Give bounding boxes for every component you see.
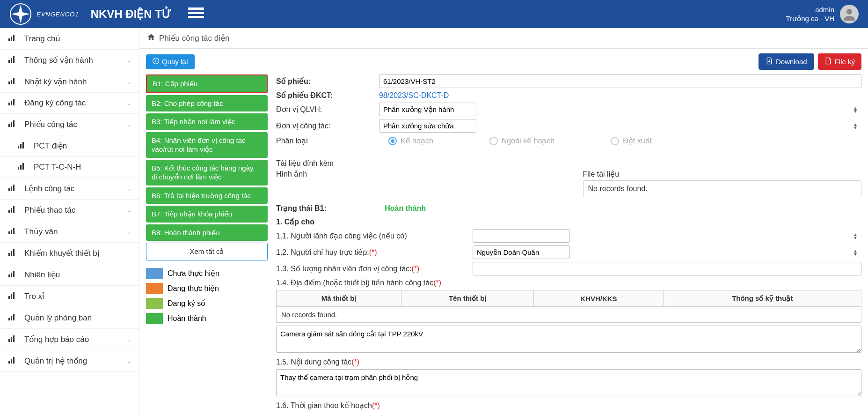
step-button-2[interactable]: B2: Cho phép công tác bbox=[146, 95, 268, 112]
user-icon bbox=[842, 7, 857, 22]
th-ma: Mã thiết bị bbox=[277, 290, 401, 307]
radio-ke-hoach[interactable]: Kế hoạch bbox=[388, 136, 433, 145]
step-button-8[interactable]: B8: Hoàn thành phiếu bbox=[146, 224, 268, 241]
chevron-down-icon: ⌵ bbox=[127, 121, 131, 128]
step-button-3[interactable]: B3: Tiếp nhận nơi làm việc bbox=[146, 113, 268, 130]
step-button-6[interactable]: B6: Trả lại hiện trường công tác bbox=[146, 187, 268, 204]
radio-ngoai-ke-hoach[interactable]: Ngoài kế hoạch bbox=[489, 136, 554, 145]
file-tai-lieu-label: File tài liệu bbox=[583, 170, 862, 178]
sidebar-item-0[interactable]: Trang chủ bbox=[0, 28, 139, 50]
svg-rect-33 bbox=[11, 230, 12, 234]
th-khvh: KHVH/KKS bbox=[534, 290, 664, 307]
f14-textarea[interactable] bbox=[276, 326, 861, 353]
sidebar-item-1[interactable]: Thông số vận hành⌵ bbox=[0, 50, 139, 71]
file-sign-button[interactable]: File ký bbox=[818, 53, 861, 70]
select-arrows-icon: ▲▼ bbox=[853, 233, 858, 239]
f14-label: 1.4. Địa điểm (hoặc thiết bị) tiến hành … bbox=[276, 278, 861, 287]
device-table-empty: No records found. bbox=[277, 307, 861, 323]
legend-swatch bbox=[146, 283, 163, 294]
sidebar-item-label: Thông số vận hành bbox=[24, 55, 93, 65]
svg-rect-38 bbox=[8, 275, 10, 277]
tai-lieu-label: Tài liệu đính kèm bbox=[276, 159, 861, 168]
don-vi-qlvh-select[interactable] bbox=[379, 103, 476, 116]
svg-rect-23 bbox=[18, 167, 19, 170]
svg-rect-19 bbox=[13, 120, 15, 127]
f12-label: 1.2. Người chỉ huy trực tiếp:(*) bbox=[276, 248, 473, 257]
svg-point-4 bbox=[846, 9, 852, 15]
sidebar-item-label: Nhiên liệu bbox=[24, 270, 60, 280]
sidebar-item-4[interactable]: Phiếu công tác⌵ bbox=[0, 114, 139, 135]
main-content: Phiếu công tác điện Quay lại Download bbox=[139, 28, 868, 416]
radio-dot-xuat[interactable]: Đột xuất bbox=[611, 136, 652, 145]
svg-rect-41 bbox=[8, 296, 10, 299]
sidebar-item-10[interactable]: Khiếm khuyết thiết bị bbox=[0, 243, 139, 264]
status-legend: Chưa thực hiệnĐang thực hiệnĐang ký sốHo… bbox=[146, 266, 268, 326]
don-vi-cong-tac-select[interactable] bbox=[379, 119, 476, 133]
menu-toggle-button[interactable] bbox=[188, 7, 204, 22]
chevron-down-icon: ⌵ bbox=[127, 336, 131, 343]
sidebar-item-12[interactable]: Tro xỉ bbox=[0, 286, 139, 307]
f16-label: 1.6. Thời gian theo kế hoạch(*) bbox=[276, 401, 861, 410]
sidebar-item-2[interactable]: Nhật ký vận hành⌵ bbox=[0, 71, 139, 93]
svg-rect-25 bbox=[22, 163, 24, 170]
logo-icon bbox=[9, 3, 32, 25]
svg-rect-47 bbox=[8, 339, 10, 342]
sidebar-item-9[interactable]: Thủy văn⌵ bbox=[0, 221, 139, 243]
sidebar-item-6[interactable]: PCT T-C-N-H bbox=[0, 157, 139, 178]
avatar[interactable] bbox=[840, 5, 859, 23]
sidebar-item-label: PCT điện bbox=[34, 141, 67, 151]
sidebar-item-3[interactable]: Đăng ký công tác⌵ bbox=[0, 93, 139, 114]
f15-textarea[interactable] bbox=[276, 369, 861, 396]
chevron-down-icon: ⌵ bbox=[127, 207, 131, 214]
download-icon bbox=[766, 57, 773, 66]
svg-rect-31 bbox=[13, 206, 15, 213]
sidebar-item-14[interactable]: Tổng hợp báo cáo⌵ bbox=[0, 329, 139, 350]
chart-bar-icon bbox=[8, 270, 18, 280]
back-button[interactable]: Quay lại bbox=[146, 54, 195, 69]
sidebar-item-15[interactable]: Quản trị hệ thống⌵ bbox=[0, 350, 139, 372]
pdf-icon bbox=[824, 57, 832, 66]
so-phieu-dkct-link[interactable]: 98/2023/SC-DKCT-Đ bbox=[379, 91, 449, 100]
f13-input[interactable] bbox=[473, 262, 861, 275]
logo: EVNGENCO1 bbox=[9, 3, 79, 25]
svg-rect-6 bbox=[11, 37, 12, 41]
step-button-4[interactable]: B4: Nhân viên đơn vị công tác vào/rút nơ… bbox=[146, 132, 268, 158]
svg-rect-2 bbox=[188, 12, 204, 14]
svg-rect-18 bbox=[11, 122, 12, 127]
select-arrows-icon: ▲▼ bbox=[853, 123, 858, 129]
svg-rect-5 bbox=[8, 38, 10, 41]
view-all-button[interactable]: Xem tất cả bbox=[146, 243, 268, 260]
svg-rect-15 bbox=[11, 101, 12, 105]
so-phieu-input[interactable] bbox=[379, 74, 861, 88]
sidebar-item-11[interactable]: Nhiên liệu bbox=[0, 264, 139, 286]
hamburger-icon bbox=[188, 7, 204, 20]
sidebar-item-8[interactable]: Phiếu thao tác⌵ bbox=[0, 200, 139, 221]
svg-rect-22 bbox=[22, 142, 24, 149]
f13-label: 1.3. Số lượng nhân viên đơn vị công tác:… bbox=[276, 264, 473, 273]
step-button-7[interactable]: B7: Tiếp nhận khóa phiếu bbox=[146, 206, 268, 223]
user-name: admin bbox=[786, 5, 834, 15]
f11-select[interactable] bbox=[473, 229, 570, 243]
sidebar-item-7[interactable]: Lệnh công tác⌵ bbox=[0, 178, 139, 200]
f12-select[interactable] bbox=[473, 245, 570, 259]
svg-rect-42 bbox=[11, 294, 12, 299]
sidebar-item-5[interactable]: PCT điện bbox=[0, 135, 139, 157]
chevron-down-icon: ⌵ bbox=[127, 79, 131, 85]
step-panel: B1: Cấp phiếuB2: Cho phép công tácB3: Ti… bbox=[146, 74, 268, 411]
svg-rect-36 bbox=[11, 251, 12, 256]
legend-label: Chưa thực hiện bbox=[168, 269, 219, 278]
download-button[interactable]: Download bbox=[759, 53, 814, 70]
chevron-down-icon: ⌵ bbox=[127, 358, 131, 364]
step-button-1[interactable]: B1: Cấp phiếu bbox=[146, 74, 268, 93]
svg-rect-1 bbox=[188, 7, 204, 10]
svg-rect-40 bbox=[13, 271, 15, 277]
step-button-5[interactable]: B5: Kết thúc công tác hàng ngày, di chuy… bbox=[146, 160, 268, 186]
sidebar-item-label: Lệnh công tác bbox=[24, 184, 74, 193]
sidebar-item-label: Khiếm khuyết thiết bị bbox=[24, 248, 100, 258]
sidebar-item-13[interactable]: Quản lý phòng ban bbox=[0, 307, 139, 329]
don-vi-qlvh-label: Đơn vị QLVH: bbox=[276, 105, 379, 114]
arrow-left-icon bbox=[153, 58, 159, 66]
sidebar-item-label: Tổng hợp báo cáo bbox=[24, 334, 89, 344]
svg-rect-13 bbox=[13, 78, 15, 84]
chart-bar-icon bbox=[18, 141, 27, 151]
